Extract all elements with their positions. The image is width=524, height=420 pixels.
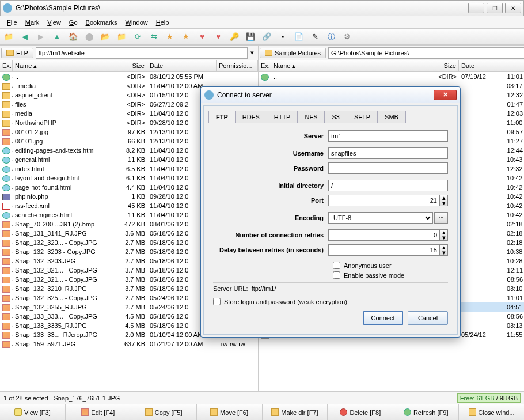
dialog-titlebar[interactable]: Connect to server ✕ (201, 87, 460, 103)
star-add-icon[interactable]: ★ (181, 32, 191, 42)
refresh-icon[interactable]: ⟳ (132, 32, 143, 42)
file-name: files (13, 101, 116, 108)
sheet-icon[interactable]: 📄 (294, 32, 304, 42)
folder-icon (265, 50, 272, 56)
file-time: 10:42 PM (502, 184, 524, 191)
file-time: 10:38 PM (502, 248, 524, 255)
password-input[interactable] (328, 162, 448, 174)
terminal-icon[interactable]: ▪ (278, 32, 288, 42)
sync-icon[interactable]: ⇆ (149, 32, 159, 42)
info-icon[interactable]: ⓘ (326, 32, 336, 42)
col-size[interactable]: Size (430, 60, 459, 71)
col-ext[interactable]: Ex.. (0, 60, 13, 71)
anonymous-checkbox[interactable] (333, 262, 340, 269)
tab-sftp[interactable]: SFTP (347, 111, 378, 123)
open-icon[interactable]: 📂 (100, 32, 111, 42)
col-name[interactable]: Name ▴ (13, 60, 116, 71)
encoding-select[interactable]: UTF-8 (328, 212, 433, 224)
left-column-headers[interactable]: Ex.. Name ▴ Size Date Permissio... (0, 60, 258, 72)
del-button[interactable]: Delete [F8] (328, 404, 393, 420)
tab-hdfs[interactable]: HDFS (235, 111, 267, 123)
right-path-input[interactable] (328, 47, 524, 59)
dialog-close-button[interactable]: ✕ (434, 90, 457, 100)
star-icon[interactable]: ★ (165, 32, 175, 42)
file-row[interactable]: Snap_159_5971.JPG637 KB01/21/07 12:00 AM… (0, 339, 258, 349)
tab-nfs[interactable]: NFS (297, 111, 325, 123)
tab-s3[interactable]: S3 (324, 111, 347, 123)
menu-bookmarks[interactable]: Bookmarks (82, 18, 121, 27)
passive-checkbox[interactable] (333, 271, 340, 279)
left-drive-badge[interactable]: FTP (1, 48, 33, 58)
col-perm[interactable]: Permissio... (217, 60, 258, 71)
heart-icon[interactable]: ♥ (197, 32, 207, 42)
refresh-button[interactable]: Refresh [F9] (393, 404, 459, 420)
link-icon[interactable]: 🔗 (261, 32, 272, 42)
file-name: Snap_70-200-...391 (2).bmp (13, 221, 116, 228)
tab-ftp[interactable]: FTP (208, 111, 236, 123)
gear-icon[interactable]: ⚙ (342, 32, 352, 42)
close-button[interactable]: ✕ (505, 3, 521, 13)
col-ext[interactable]: Ex.. (259, 60, 271, 71)
file-size: 1 KB (116, 193, 147, 200)
menu-mark[interactable]: Mark (22, 18, 43, 27)
move-button[interactable]: Move [F6] (197, 404, 263, 420)
folder-new-icon[interactable]: 📁 (3, 32, 14, 42)
tab-smb[interactable]: SMB (377, 111, 406, 123)
wand-icon[interactable]: ✎ (310, 32, 320, 42)
col-date[interactable]: Date (459, 60, 524, 71)
sort-asc-icon: ▴ (33, 62, 37, 69)
file-name: Snap_132_3203 - Copy.JPG (13, 248, 116, 255)
server-input[interactable] (328, 130, 448, 142)
key-icon[interactable]: 🔑 (229, 32, 240, 42)
menu-help[interactable]: Help (153, 18, 173, 27)
file-name: Snap_132_321... - Copy.JPG (13, 267, 116, 274)
initdir-input[interactable] (328, 180, 448, 191)
encoding-more-button[interactable]: ... (434, 212, 448, 224)
file-time: 04:51 PM (502, 304, 524, 311)
port-input[interactable] (328, 195, 440, 206)
mkdir-button[interactable]: Make dir [F7] (263, 404, 328, 420)
menu-view[interactable]: View (44, 18, 64, 27)
cancel-button[interactable]: Cancel (408, 311, 448, 325)
minimize-button[interactable]: ― (468, 3, 484, 13)
edit-button[interactable]: Edit [F4] (66, 404, 131, 420)
col-name[interactable]: Name ▴ (271, 60, 430, 71)
delay-input[interactable] (328, 244, 440, 256)
col-size[interactable]: Size (116, 60, 147, 71)
retries-input[interactable] (328, 229, 440, 241)
right-drive-badge[interactable]: Sample Pictures (260, 48, 326, 58)
disk-icon[interactable]: 💾 (245, 32, 256, 42)
protocol-tabs: FTPHDFSHTTPNFSS3SFTPSMB (208, 111, 453, 123)
port-spinner[interactable]: ▴▾ (440, 195, 448, 206)
view-button[interactable]: View [F3] (0, 404, 66, 420)
home-icon[interactable]: 🏠 (68, 32, 78, 42)
store-login-label: Store login and password (weak encryptio… (224, 298, 347, 305)
close-button[interactable]: Close wind... (459, 404, 524, 420)
menu-window[interactable]: Window (122, 18, 151, 27)
file-size: 4.5 MB (116, 313, 147, 320)
maximize-button[interactable]: ☐ (487, 3, 503, 13)
file-name: Snap_132_3203.JPG (13, 258, 116, 264)
file-row[interactable]: ..<DIR>07/19/1211:01 AM (259, 72, 524, 81)
menu-go[interactable]: Go (66, 18, 81, 27)
file-perm: -rw-rw-rw- (217, 340, 258, 347)
copy-button[interactable]: Copy [F5] (131, 404, 197, 420)
tab-http[interactable]: HTTP (267, 111, 298, 123)
file-row[interactable]: ..<DIR>08/10/12 05:55 PM (0, 72, 258, 81)
left-path-input[interactable] (36, 47, 248, 59)
right-column-headers[interactable]: Ex.. Name ▴ Size Date Per... (259, 60, 524, 72)
store-login-checkbox[interactable] (213, 298, 221, 305)
file-size: 2.7 MB (116, 239, 147, 246)
connect-button[interactable]: Connect (363, 311, 403, 325)
heart-add-icon[interactable]: ♥ (213, 32, 223, 42)
menu-file[interactable]: File (3, 18, 21, 27)
folder-icon[interactable]: 📁 (116, 32, 127, 42)
delay-spinner[interactable]: ▴▾ (440, 244, 448, 256)
dropdown-icon[interactable]: ▾ (248, 49, 257, 56)
back-icon[interactable]: ◀ (20, 32, 30, 42)
up-icon[interactable]: ▲ (52, 32, 62, 42)
username-input[interactable] (328, 147, 448, 159)
retries-spinner[interactable]: ▴▾ (440, 229, 448, 241)
move-icon (210, 408, 218, 416)
col-date[interactable]: Date (147, 60, 217, 71)
